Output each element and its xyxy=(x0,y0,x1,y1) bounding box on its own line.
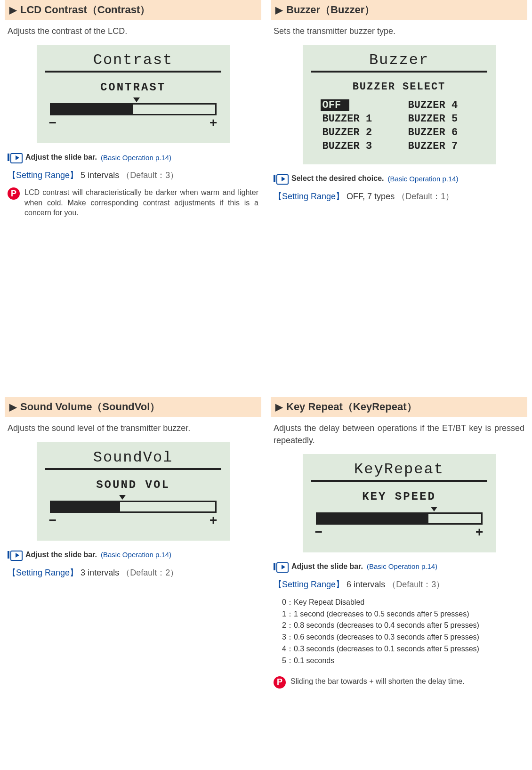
range-default: （Default：3） xyxy=(387,580,444,589)
hint-link[interactable]: (Basic Operation p.14) xyxy=(367,562,437,570)
hint-link[interactable]: (Basic Operation p.14) xyxy=(388,175,459,183)
section-title: Sound Volume（SoundVol） xyxy=(20,400,160,414)
lcd-screen-contrast: Contrast CONTRAST − + xyxy=(37,45,230,143)
hint-text: Adjust the slide bar. xyxy=(25,551,97,559)
hint-row: Select the desired choice. (Basic Operat… xyxy=(274,174,524,183)
slider-marker-icon xyxy=(133,97,140,102)
range-label: 【Setting Range】 xyxy=(8,568,78,577)
plus-icon: + xyxy=(210,514,218,528)
list-item: 0：Key Repeat Disabled xyxy=(282,597,524,608)
section-description: Adjusts the contrast of the LCD. xyxy=(8,25,258,37)
slider-marker-icon xyxy=(431,507,437,511)
section-description: Adjusts the sound level of the transmitt… xyxy=(8,422,258,434)
range-value: 3 intervals xyxy=(81,568,119,577)
lcd-param-label: CONTRAST xyxy=(45,81,221,94)
setting-range: 【Setting Range】 5 intervals （Default：3） xyxy=(8,170,258,181)
buzzer-option-4[interactable]: BUZZER 4 xyxy=(406,99,478,111)
slider[interactable]: − + xyxy=(45,495,221,528)
lcd-title: KeyRepeat xyxy=(311,461,487,482)
buzzer-option-grid: OFF BUZZER 4 BUZZER 1 BUZZER 5 BUZZER 2 … xyxy=(311,99,487,152)
list-item: 5：0.1 seconds xyxy=(282,655,524,667)
slider-fill xyxy=(317,514,429,523)
lcd-title: Buzzer xyxy=(311,51,487,73)
section-description: Adjusts the delay between operations if … xyxy=(274,422,524,446)
point-badge-icon: P xyxy=(274,676,286,689)
setting-range: 【Setting Range】 3 intervals （Default：2） xyxy=(8,567,258,578)
buzzer-option-2[interactable]: BUZZER 2 xyxy=(321,127,392,138)
setting-range: 【Setting Range】 6 intervals （Default：3） xyxy=(274,579,524,590)
note-text: LCD contrast will characteristically be … xyxy=(24,187,258,218)
range-default: （Default：2） xyxy=(121,568,178,577)
lcd-screen-soundvol: SoundVol SOUND VOL − + xyxy=(37,442,230,541)
lcd-screen-keyrepeat: KeyRepeat KEY SPEED − + xyxy=(303,454,496,552)
list-item: 3：0.6 seconds (decreases to 0.3 seconds … xyxy=(282,632,524,643)
hint-text: Select the desired choice. xyxy=(291,174,384,183)
hint-text: Adjust the slide bar. xyxy=(25,153,97,162)
hint-icon xyxy=(8,153,22,162)
slider-fill xyxy=(51,502,120,511)
section-header: ▶ Buzzer（Buzzer） xyxy=(271,0,527,20)
hint-link[interactable]: (Basic Operation p.14) xyxy=(101,154,171,162)
range-default: （Default：3） xyxy=(121,170,178,180)
slider-track[interactable] xyxy=(316,512,483,525)
hint-icon xyxy=(8,550,22,559)
buzzer-option-6[interactable]: BUZZER 6 xyxy=(406,127,478,138)
lcd-title: Contrast xyxy=(45,51,221,73)
minus-icon: − xyxy=(49,514,57,528)
list-item: 1：1 second (decreases to 0.5 seconds aft… xyxy=(282,608,524,620)
slider[interactable]: − + xyxy=(45,97,221,131)
triangle-right-icon: ▶ xyxy=(9,401,16,413)
hint-icon xyxy=(274,562,288,571)
slider-marker-icon xyxy=(119,495,126,500)
section-key-repeat: ▶ Key Repeat（KeyRepeat） Adjusts the dela… xyxy=(266,397,532,770)
minus-icon: − xyxy=(49,116,57,131)
slider-track[interactable] xyxy=(50,501,217,513)
range-label: 【Setting Range】 xyxy=(274,192,344,201)
section-header: ▶ LCD Contrast（Contrast） xyxy=(5,0,261,20)
range-label: 【Setting Range】 xyxy=(8,170,78,180)
keyrepeat-interval-list: 0：Key Repeat Disabled 1：1 second (decrea… xyxy=(282,597,524,667)
lcd-param-label: KEY SPEED xyxy=(311,490,487,503)
lcd-screen-buzzer: Buzzer BUZZER SELECT OFF BUZZER 4 BUZZER… xyxy=(303,45,496,164)
note-row: P Sliding the bar towards + will shorten… xyxy=(274,676,524,689)
range-value: 6 intervals xyxy=(347,580,385,589)
buzzer-option-1[interactable]: BUZZER 1 xyxy=(321,113,392,125)
hint-row: Adjust the slide bar. (Basic Operation p… xyxy=(274,562,524,571)
plus-icon: + xyxy=(476,526,484,540)
section-title: Buzzer（Buzzer） xyxy=(286,3,375,17)
plus-icon: + xyxy=(210,116,218,131)
section-header: ▶ Key Repeat（KeyRepeat） xyxy=(271,397,527,417)
hint-row: Adjust the slide bar. (Basic Operation p… xyxy=(8,153,258,162)
hint-link[interactable]: (Basic Operation p.14) xyxy=(101,551,171,559)
point-badge-icon: P xyxy=(8,187,20,200)
list-item: 2：0.8 seconds (decreases to 0.4 seconds … xyxy=(282,620,524,632)
buzzer-option-7[interactable]: BUZZER 7 xyxy=(406,140,478,152)
triangle-right-icon: ▶ xyxy=(275,4,282,16)
section-header: ▶ Sound Volume（SoundVol） xyxy=(5,397,261,417)
minus-icon: − xyxy=(315,526,323,540)
range-value: 5 intervals xyxy=(81,170,119,180)
note-text: Sliding the bar towards + will shorten t… xyxy=(290,676,465,687)
lcd-subtitle: BUZZER SELECT xyxy=(311,81,487,93)
hint-row: Adjust the slide bar. (Basic Operation p… xyxy=(8,550,258,559)
slider-fill xyxy=(51,105,133,114)
range-value: OFF, 7 types xyxy=(347,192,395,201)
section-title: Key Repeat（KeyRepeat） xyxy=(286,400,417,414)
section-lcd-contrast: ▶ LCD Contrast（Contrast） Adjusts the con… xyxy=(0,0,266,397)
triangle-right-icon: ▶ xyxy=(275,401,282,413)
setting-range: 【Setting Range】 OFF, 7 types （Default：1） xyxy=(274,191,524,202)
buzzer-option-off[interactable]: OFF xyxy=(321,99,350,111)
list-item: 4：0.3 seconds (decreases to 0.1 seconds … xyxy=(282,643,524,655)
buzzer-option-3[interactable]: BUZZER 3 xyxy=(321,140,392,152)
hint-icon xyxy=(274,174,288,183)
lcd-param-label: SOUND VOL xyxy=(45,478,221,491)
range-default: （Default：1） xyxy=(397,192,454,201)
section-sound-volume: ▶ Sound Volume（SoundVol） Adjusts the sou… xyxy=(0,397,266,770)
slider-track[interactable] xyxy=(50,103,217,115)
slider[interactable]: − + xyxy=(311,507,487,540)
section-title: LCD Contrast（Contrast） xyxy=(20,3,150,17)
section-description: Sets the transmitter buzzer type. xyxy=(274,25,524,37)
hint-text: Adjust the slide bar. xyxy=(291,562,363,571)
buzzer-option-5[interactable]: BUZZER 5 xyxy=(406,113,478,125)
section-buzzer: ▶ Buzzer（Buzzer） Sets the transmitter bu… xyxy=(266,0,532,397)
